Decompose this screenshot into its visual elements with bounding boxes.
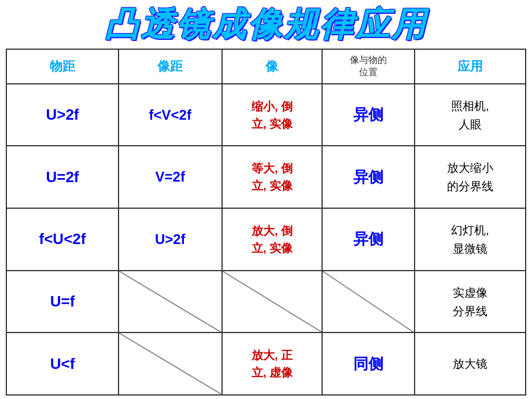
cell-yingyong-4: 放大镜 [415,332,526,395]
page-wrapper: 凸透镜成像规律应用 物距 像距 像 像与物的位置 应用 [0,0,532,399]
cell-xiangjv-1: V=2f [119,146,222,208]
cell-wuju-2: f<U<2f [6,208,119,271]
cell-xiang-4: 放大, 正立, 虚像 [222,332,323,395]
cell-weizhi-1: 异侧 [322,146,414,208]
svg-line-2 [323,271,413,332]
svg-line-3 [119,333,221,394]
cell-yingyong-3: 实虚像分界线 [415,271,526,333]
cell-xiangjv-4 [119,332,222,395]
cell-wuju-3: U=f [6,271,119,333]
svg-line-1 [223,271,322,332]
table-row: U>2f f<V<2f 缩小, 倒立, 实像 异侧 照相机,人眼 [6,84,526,146]
cell-weizhi-2: 异侧 [322,208,414,271]
cell-wuju-1: U=2f [6,146,119,208]
cell-xiang-3 [222,271,323,333]
svg-line-0 [119,271,221,332]
page-title: 凸透镜成像规律应用 [105,6,427,43]
table-row: U<f 放大, 正立, 虚像 同侧 放大镜 [6,332,526,395]
cell-weizhi-3 [322,271,414,333]
header-xiangjv: 像距 [119,49,222,84]
table-row: f<U<2f U>2f 放大, 倒立, 实像 异侧 幻灯机,显微镜 [6,208,526,271]
cell-xiang-2: 放大, 倒立, 实像 [222,208,323,271]
table-row: U=f 实虚像分界线 [6,271,526,333]
cell-yingyong-2: 幻灯机,显微镜 [415,208,526,271]
cell-xiangjv-0: f<V<2f [119,84,222,146]
cell-xiang-1: 等大, 倒立, 实像 [222,146,323,208]
cell-yingyong-0: 照相机,人眼 [415,84,526,146]
table-row: U=2f V=2f 等大, 倒立, 实像 异侧 放大缩小的分界线 [6,146,526,208]
cell-yingyong-1: 放大缩小的分界线 [415,146,526,208]
cell-weizhi-0: 异侧 [322,84,414,146]
header-wuju: 物距 [6,49,119,84]
main-table: 物距 像距 像 像与物的位置 应用 U>2f f<V<2f 缩小, 倒立, 实像 [6,49,526,396]
cell-wuju-0: U>2f [6,84,119,146]
header-weizhi: 像与物的位置 [322,49,414,84]
cell-xiang-0: 缩小, 倒立, 实像 [222,84,323,146]
header-yingyong: 应用 [415,49,526,84]
cell-wuju-4: U<f [6,332,119,395]
cell-weizhi-4: 同侧 [322,332,414,395]
header-xiang: 像 [222,49,323,84]
cell-xiangjv-3 [119,271,222,333]
cell-xiangjv-2: U>2f [119,208,222,271]
